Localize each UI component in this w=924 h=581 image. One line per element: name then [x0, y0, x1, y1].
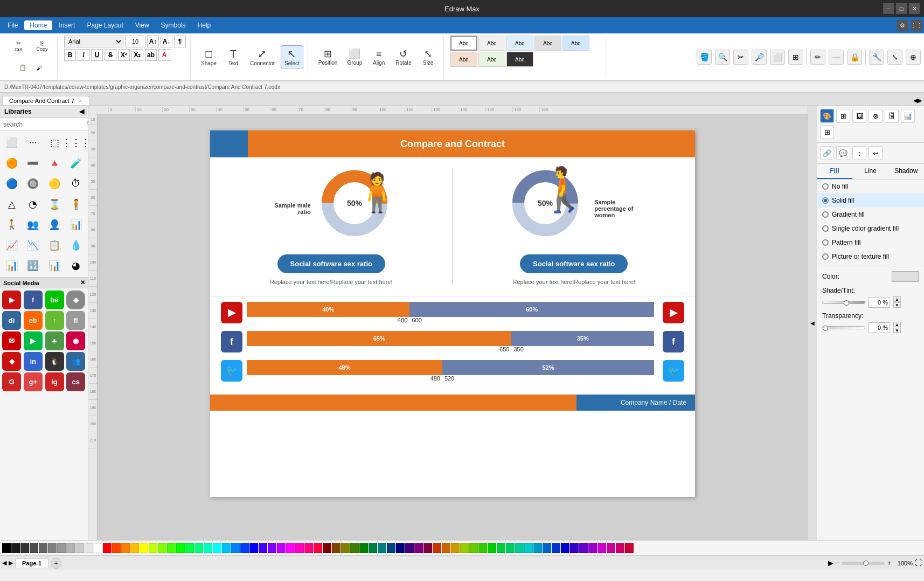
group-button[interactable]: ⬜ Group — [343, 46, 366, 68]
layers-btn[interactable]: ⊗ — [869, 109, 883, 123]
fullscreen-icon[interactable]: ⛶ — [915, 559, 922, 567]
rotate-button[interactable]: ↺ Rotate — [392, 46, 415, 68]
tab-shadow[interactable]: Shadow — [888, 164, 924, 179]
list-item[interactable]: ♣ — [45, 331, 64, 350]
collapse-left-icon[interactable]: ◀ — [79, 108, 84, 115]
palette-color-swatch[interactable] — [112, 543, 121, 553]
list-item[interactable]: fl — [66, 311, 85, 330]
zoom-minus-icon[interactable]: − — [836, 559, 840, 567]
transparency-pct-input[interactable] — [869, 322, 890, 333]
palette-color-swatch[interactable] — [607, 543, 615, 553]
zoom-slider[interactable] — [842, 562, 885, 565]
shade-slider[interactable] — [822, 301, 865, 304]
list-item[interactable]: 💧 — [66, 236, 85, 254]
tab-line[interactable]: Line — [852, 164, 888, 179]
paint-bucket-icon[interactable]: 🪣 — [697, 50, 712, 65]
palette-color-swatch[interactable] — [140, 543, 148, 553]
palette-color-swatch[interactable] — [414, 543, 423, 553]
list-item[interactable]: in — [24, 352, 43, 371]
palette-color-swatch[interactable] — [524, 543, 533, 553]
palette-color-swatch[interactable] — [515, 543, 524, 553]
palette-color-swatch[interactable] — [369, 543, 377, 553]
palette-color-swatch[interactable] — [204, 543, 212, 553]
position-button[interactable]: ⊞ Position — [315, 46, 342, 68]
search-replace-icon[interactable]: 🔍 — [715, 50, 730, 65]
subscript-button[interactable]: X₂ — [131, 49, 143, 61]
canvas-scroll[interactable]: Compare and Contract Sample male ratio — [98, 114, 808, 540]
minimize-button[interactable]: − — [883, 3, 894, 14]
palette-color-swatch[interactable] — [625, 543, 634, 553]
list-item[interactable]: ✉ — [2, 331, 21, 350]
left-social-btn[interactable]: Social software sex ratio — [277, 254, 385, 273]
quick-style-8[interactable]: Abc — [506, 52, 533, 67]
menu-home[interactable]: Home — [24, 20, 52, 30]
cut-button[interactable]: ✂Cut — [8, 38, 29, 54]
palette-color-swatch[interactable] — [552, 543, 560, 553]
transparency-down-btn[interactable]: ▼ — [893, 328, 901, 333]
palette-color-swatch[interactable] — [598, 543, 606, 553]
quick-style-6[interactable]: Abc — [450, 52, 477, 67]
close-button[interactable]: ✕ — [909, 3, 920, 14]
right-social-btn[interactable]: Social software sex ratio — [520, 254, 628, 273]
copy-button[interactable]: ⎘Copy — [31, 38, 53, 54]
panel-toggle[interactable]: ◀▶ — [913, 97, 922, 105]
tab-fill[interactable]: Fill — [817, 164, 852, 179]
list-item[interactable]: 🟡 — [45, 174, 64, 193]
play-icon[interactable]: ▶ — [828, 559, 833, 567]
size-button[interactable]: ⤡ Size — [418, 46, 439, 68]
list-item[interactable]: 📊 — [2, 256, 21, 275]
align-button[interactable]: ≡ Align — [368, 46, 390, 68]
page-tab-1[interactable]: Page-1 — [15, 558, 48, 568]
palette-color-swatch[interactable] — [268, 543, 276, 553]
menu-insert[interactable]: Insert — [53, 20, 80, 30]
strikethrough-button[interactable]: S — [105, 49, 116, 61]
font-size-input[interactable] — [125, 36, 145, 47]
palette-color-swatch[interactable] — [561, 543, 569, 553]
menu-help[interactable]: Help — [192, 20, 217, 30]
palette-color-swatch[interactable] — [11, 543, 20, 553]
wrap-btn[interactable]: ↩ — [869, 146, 883, 160]
list-item[interactable]: 🟠 — [2, 154, 21, 172]
fill-no-fill[interactable]: No fill — [817, 179, 924, 193]
shade-down-btn[interactable]: ▼ — [893, 302, 901, 308]
stretch-btn[interactable]: ↕ — [852, 146, 866, 160]
palette-color-swatch[interactable] — [158, 543, 166, 553]
palette-color-swatch[interactable] — [39, 543, 47, 553]
palette-color-swatch[interactable] — [478, 543, 487, 553]
palette-color-swatch[interactable] — [304, 543, 313, 553]
list-item[interactable]: 👤 — [45, 215, 64, 234]
zoom-thumb[interactable] — [863, 561, 869, 566]
palette-color-swatch[interactable] — [249, 543, 258, 553]
list-item[interactable]: 🧪 — [66, 154, 85, 172]
palette-color-swatch[interactable] — [588, 543, 597, 553]
palette-color-swatch[interactable] — [66, 543, 75, 553]
list-item[interactable]: 🧍 — [66, 195, 85, 213]
palette-color-swatch[interactable] — [231, 543, 240, 553]
transparency-thumb[interactable] — [823, 326, 828, 331]
palette-color-swatch[interactable] — [616, 543, 624, 553]
line-style-icon[interactable]: — — [829, 50, 844, 65]
palette-color-swatch[interactable] — [30, 543, 38, 553]
list-item[interactable]: 👥 — [24, 215, 43, 234]
canvas-area[interactable]: 0 10 20 30 40 50 60 70 80 90 100 110 120… — [89, 106, 808, 540]
palette-color-swatch[interactable] — [323, 543, 331, 553]
list-item[interactable]: 📋 — [45, 236, 64, 254]
list-item[interactable]: 🔵 — [2, 174, 21, 193]
grid-icon[interactable]: ⋮⋮ — [911, 20, 922, 31]
font-family-select[interactable]: Arial — [64, 36, 123, 47]
maximize-button[interactable]: □ — [896, 3, 907, 14]
nav-right-icon[interactable]: ▶ — [9, 559, 13, 566]
search-input[interactable] — [3, 121, 84, 128]
list-item[interactable]: eb — [24, 311, 43, 330]
list-item[interactable]: △ — [2, 195, 21, 213]
palette-color-swatch[interactable] — [130, 543, 139, 553]
palette-color-swatch[interactable] — [533, 543, 542, 553]
list-item[interactable]: 👥 — [66, 352, 85, 371]
fill-single-gradient[interactable]: Single color gradient fill — [817, 222, 924, 236]
fill-icon-btn[interactable]: 🎨 — [820, 109, 834, 123]
crop-icon[interactable]: ✂ — [733, 50, 748, 65]
color-swatch[interactable] — [892, 271, 919, 282]
palette-color-swatch[interactable] — [277, 543, 286, 553]
palette-color-swatch[interactable] — [314, 543, 322, 553]
palette-color-swatch[interactable] — [423, 543, 432, 553]
